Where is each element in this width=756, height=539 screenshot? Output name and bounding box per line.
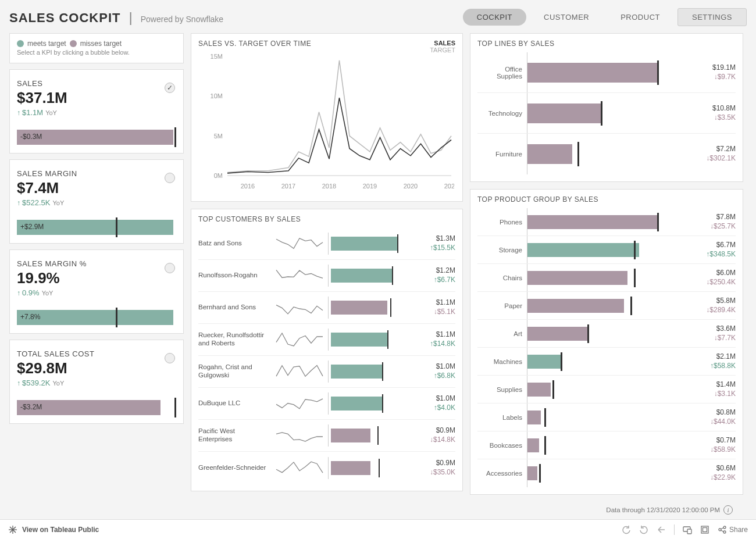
kpi-bar: -$0.3M [17, 130, 176, 145]
customer-row[interactable]: Runolfsson-Rogahn $1.2M ↑$6.7K [198, 260, 455, 292]
up-arrow-icon: ↑ [710, 362, 714, 370]
device-icon[interactable] [683, 525, 692, 534]
up-arrow-icon: ↑ [434, 404, 437, 412]
revert-icon[interactable] [657, 525, 666, 534]
bar-row[interactable]: Chairs $6.0M ↓$250.4K [477, 264, 736, 292]
svg-text:2018: 2018 [322, 183, 336, 190]
footer-bar: View on Tableau Public Share [0, 519, 756, 539]
top-products-panel: TOP PRODUCT GROUP BY SALES Phones $7.8M … [470, 189, 743, 495]
kpi-bar: +7.8% [17, 310, 176, 325]
customer-row[interactable]: Bernhard and Sons $1.1M ↓$5.1K [198, 292, 455, 324]
kpi-label: SALES [17, 79, 176, 88]
kpi-delta: ↑ $1.1MYoY [17, 108, 176, 117]
redo-icon[interactable] [639, 525, 648, 534]
down-arrow-icon: ↓ [710, 445, 714, 454]
nav-product[interactable]: PRODUCT [607, 9, 674, 26]
svg-text:2021: 2021 [444, 183, 454, 190]
customer-row[interactable]: Batz and Sons $1.3M ↑$15.5K [198, 228, 455, 260]
bar-row[interactable]: Accessories $0.6M ↓$22.9K [477, 459, 736, 487]
down-arrow-icon: ↓ [706, 278, 709, 286]
up-arrow-icon: ↑ [17, 379, 20, 387]
up-arrow-icon: ↑ [17, 199, 20, 207]
sparkline [274, 233, 329, 255]
kpi-value: $7.4M [17, 179, 176, 197]
bar-row[interactable]: Paper $5.8M ↓$289.4K [477, 292, 736, 320]
sparkline [274, 457, 329, 479]
bar-row[interactable]: Labels $0.8M ↓$44.0K [477, 404, 736, 431]
header: SALES COCKPIT | Powered by Snowflake COC… [9, 8, 747, 26]
misses-dot-icon [70, 40, 77, 47]
down-arrow-icon: ↓ [714, 390, 718, 398]
kpi-value: 19.9% [17, 269, 176, 287]
svg-rect-16 [687, 529, 691, 534]
customer-row[interactable]: Greenfelder-Schneider $0.9M ↓$35.0K [198, 452, 455, 484]
nav-cockpit[interactable]: COCKPIT [463, 9, 526, 26]
top-nav: COCKPITCUSTOMERPRODUCTSETTINGS [463, 8, 747, 26]
svg-text:10M: 10M [211, 92, 223, 99]
customer-row[interactable]: Ruecker, Runolfsdottir and Roberts $1.1M… [198, 324, 455, 356]
up-arrow-icon: ↑ [430, 340, 433, 348]
view-on-tableau[interactable]: View on Tableau Public [8, 525, 99, 534]
timeseries-chart: 0M5M10M15M201620172018201920202021 [198, 53, 454, 193]
down-arrow-icon: ↓ [714, 334, 718, 342]
down-arrow-icon: ↓ [434, 308, 437, 316]
bar-row[interactable]: Furniture $7.2M ↓$302.1K [477, 134, 736, 174]
customer-row[interactable]: Rogahn, Crist and Gulgowski $1.0M ↑$6.8K [198, 356, 455, 388]
svg-point-20 [723, 526, 726, 529]
up-arrow-icon: ↑ [434, 372, 437, 380]
kpi-radio-cost[interactable] [165, 353, 175, 363]
kpi-radio-marginpct[interactable] [165, 263, 175, 273]
bar-row[interactable]: Machines $2.1M ↑$58.8K [477, 348, 736, 376]
app-subtitle: Powered by Snowflake [141, 15, 223, 24]
bar-row[interactable]: Office Supplies $19.1M ↓$9.7K [477, 52, 736, 93]
down-arrow-icon: ↓ [710, 222, 714, 230]
undo-icon[interactable] [622, 525, 631, 534]
down-arrow-icon: ↓ [706, 154, 709, 162]
fullscreen-icon[interactable] [700, 525, 709, 534]
top-lines-panel: TOP LINES BY SALES Office Supplies $19.1… [470, 33, 743, 182]
svg-rect-17 [701, 526, 708, 533]
svg-text:0M: 0M [214, 172, 223, 179]
sparkline [274, 265, 329, 287]
share-button[interactable]: Share [718, 525, 748, 534]
top-customers-panel: TOP CUSTOMERS BY SALES Batz and Sons $1.… [191, 209, 463, 491]
legend-help: Select a KPI by clicking a bubble below. [17, 49, 176, 56]
kpi-bar: +$2.9M [17, 220, 176, 235]
customer-row[interactable]: DuBuque LLC $1.0M ↑$4.0K [198, 388, 455, 420]
bar-row[interactable]: Storage $6.7M ↑$348.5K [477, 236, 736, 264]
info-icon[interactable]: i [723, 505, 733, 515]
bar-row[interactable]: Phones $7.8M ↓$25.7K [477, 208, 736, 236]
down-arrow-icon: ↓ [430, 468, 433, 476]
sparkline [274, 360, 329, 383]
timeseries-title: SALES VS. TARGET OVER TIME [198, 40, 311, 48]
customer-row[interactable]: Pacific West Enterprises $0.9M ↓$14.8K [198, 420, 455, 452]
kpi-card-sales[interactable]: SALES $37.1M ↑ $1.1MYoY -$0.3M [9, 69, 184, 154]
svg-line-22 [721, 527, 723, 529]
bar-row[interactable]: Technology $10.8M ↓$3.5K [477, 93, 736, 134]
kpi-radio-sales[interactable] [165, 83, 175, 93]
bar-row[interactable]: Bookcases $0.7M ↓$58.9K [477, 431, 736, 459]
data-through-line: Data through 12/31/2020 12:00:00 PM i [470, 502, 743, 515]
kpi-value: $29.8M [17, 359, 176, 377]
up-arrow-icon: ↑ [17, 289, 20, 297]
misses-label: misses target [80, 40, 122, 48]
svg-text:5M: 5M [214, 133, 223, 140]
kpi-card-cost[interactable]: TOTAL SALES COST $29.8M ↑ $539.2KYoY -$3… [9, 340, 184, 424]
kpi-radio-margin[interactable] [165, 173, 175, 183]
nav-customer[interactable]: CUSTOMER [530, 9, 603, 26]
kpi-card-marginpct[interactable]: SALES MARGIN % 19.9% ↑ 0.9%YoY +7.8% [9, 249, 184, 334]
nav-settings[interactable]: SETTINGS [677, 8, 747, 26]
kpi-label: TOTAL SALES COST [17, 349, 176, 358]
kpi-delta: ↑ $522.5KYoY [17, 198, 176, 207]
bar-row[interactable]: Art $3.6M ↓$7.7K [477, 320, 736, 348]
kpi-value: $37.1M [17, 89, 176, 107]
timeseries-legend: SALES TARGET [430, 40, 455, 53]
svg-rect-18 [702, 527, 707, 531]
timeseries-panel: SALES VS. TARGET OVER TIME SALES TARGET … [191, 33, 463, 202]
down-arrow-icon: ↓ [714, 113, 718, 122]
bar-row[interactable]: Supplies $1.4M ↓$3.1K [477, 376, 736, 404]
kpi-label: SALES MARGIN [17, 169, 176, 178]
up-arrow-icon: ↑ [17, 109, 20, 117]
down-arrow-icon: ↓ [430, 436, 433, 444]
kpi-card-margin[interactable]: SALES MARGIN $7.4M ↑ $522.5KYoY +$2.9M [9, 159, 184, 244]
